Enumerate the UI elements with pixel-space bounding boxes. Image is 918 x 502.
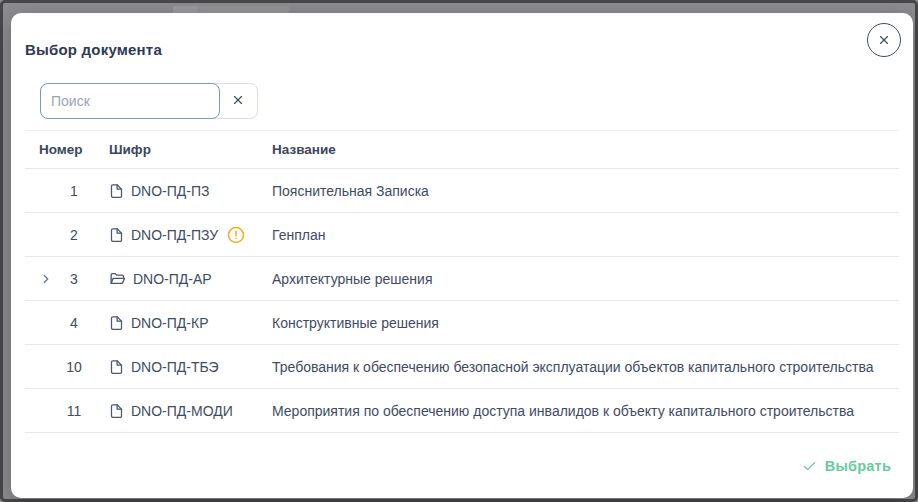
file-icon <box>109 183 124 199</box>
row-number: 2 <box>60 227 88 243</box>
document-name: Пояснительная Записка <box>272 183 899 199</box>
document-name: Архитектурные решения <box>272 271 899 287</box>
table-row[interactable]: 1 DNO-ПД-ПЗ Пояснительная Записка <box>25 169 899 213</box>
table-row[interactable]: 2 DNO-ПД-ПЗУ Генплан <box>25 213 899 257</box>
header-number: Номер <box>25 142 88 157</box>
search-clear-button[interactable] <box>218 84 257 118</box>
search-group <box>40 83 258 119</box>
document-code: DNO-ПД-АР <box>133 271 212 287</box>
file-icon <box>109 227 124 243</box>
document-name: Мероприятия по обеспечению доступа инвал… <box>272 403 899 419</box>
screen-frame: Выбор документа Номер Шифр <box>0 0 918 502</box>
row-number: 11 <box>60 403 88 419</box>
file-icon <box>109 315 124 331</box>
chevron-right-icon[interactable] <box>39 272 53 286</box>
select-button-label: Выбрать <box>825 458 891 474</box>
document-name: Генплан <box>272 227 899 243</box>
warning-icon <box>227 226 245 244</box>
check-icon <box>802 459 817 474</box>
close-icon <box>877 33 891 47</box>
file-icon <box>109 359 124 375</box>
document-code: DNO-ПД-ПЗ <box>131 183 210 199</box>
table-row[interactable]: 3 DNO-ПД-АР Архитектурные решения <box>25 257 899 301</box>
table-body: 1 DNO-ПД-ПЗ Пояснительная Записка 2 DNO-… <box>25 169 899 433</box>
table-row[interactable]: 11 DNO-ПД-МОДИ Мероприятия по обеспечени… <box>25 389 899 433</box>
select-button[interactable]: Выбрать <box>794 452 899 480</box>
document-name: Требования к обеспечению безопасной эксп… <box>272 359 899 375</box>
header-name: Название <box>272 142 899 157</box>
document-code: DNO-ПД-ПЗУ <box>131 227 218 243</box>
close-button[interactable] <box>867 23 901 57</box>
table-header-row: Номер Шифр Название <box>25 130 899 169</box>
document-code: DNO-ПД-МОДИ <box>131 403 233 419</box>
search-input[interactable] <box>40 83 220 119</box>
table-row[interactable]: 4 DNO-ПД-КР Конструктивные решения <box>25 301 899 345</box>
folder-open-icon <box>109 271 126 287</box>
clear-x-icon <box>231 93 245 110</box>
document-code: DNO-ПД-ТБЭ <box>131 359 219 375</box>
row-number: 3 <box>60 271 88 287</box>
document-code: DNO-ПД-КР <box>131 315 208 331</box>
table-row[interactable]: 10 DNO-ПД-ТБЭ Требования к обеспечению б… <box>25 345 899 389</box>
row-number: 10 <box>60 359 88 375</box>
dialog-title: Выбор документа <box>25 41 162 58</box>
row-number: 1 <box>60 183 88 199</box>
documents-table: Номер Шифр Название 1 DNO-ПД-ПЗ Поясните… <box>25 130 899 433</box>
header-code: Шифр <box>88 142 272 157</box>
dialog-footer: Выбрать <box>11 434 913 498</box>
document-name: Конструктивные решения <box>272 315 899 331</box>
file-icon <box>109 403 124 419</box>
row-number: 4 <box>60 315 88 331</box>
document-select-dialog: Выбор документа Номер Шифр <box>11 13 913 498</box>
